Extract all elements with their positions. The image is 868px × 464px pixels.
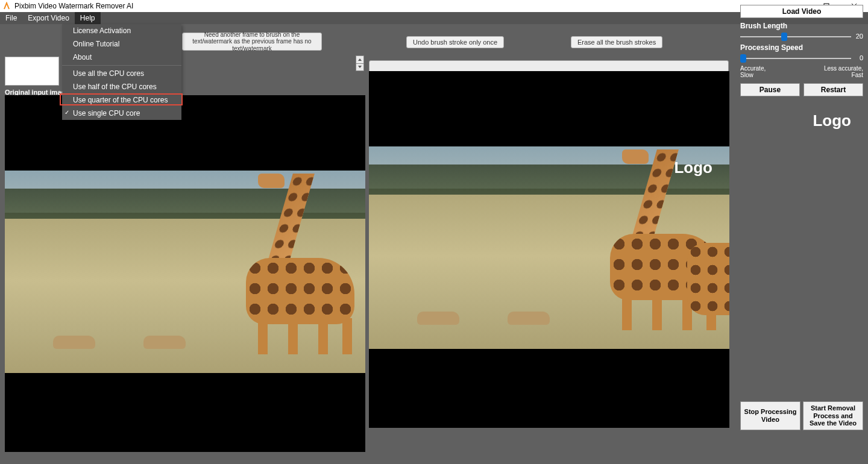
menu-export-video[interactable]: Export Video xyxy=(22,12,75,24)
brush-slider-thumb[interactable] xyxy=(781,33,787,41)
pause-button[interactable]: Pause xyxy=(740,83,800,96)
spinner-up-button[interactable] xyxy=(356,56,363,64)
menu-help[interactable]: Help xyxy=(75,12,101,24)
menu-item-cpu-quarter[interactable]: Use quarter of the CPU cores xyxy=(62,93,181,107)
menu-separator xyxy=(62,65,181,66)
original-image-panel[interactable] xyxy=(5,95,365,452)
frame-input[interactable] xyxy=(369,60,729,72)
menu-item-online-tutorial[interactable]: Online Tutorial xyxy=(62,37,181,51)
speed-left-b: Slow xyxy=(740,72,766,78)
processing-speed-slider[interactable]: 0 xyxy=(740,54,863,63)
logo-watermark-processed: Logo xyxy=(674,158,712,177)
menu-file[interactable]: File xyxy=(0,12,22,24)
speed-slider-thumb[interactable] xyxy=(740,54,746,63)
stop-processing-button[interactable]: Stop Processing Video xyxy=(740,401,800,430)
brush-length-value: 20 xyxy=(856,33,863,40)
hint-button[interactable]: Need another frame to brush on the text/… xyxy=(182,33,322,51)
speed-left-a: Accurate, xyxy=(740,65,766,72)
frame-spinner xyxy=(356,55,364,71)
sidebar: Load Video Brush Length 20 Processing Sp… xyxy=(735,0,868,440)
spinner-down-button[interactable] xyxy=(356,64,363,71)
frame-thumbnail[interactable] xyxy=(5,57,59,86)
chevron-down-icon xyxy=(358,66,362,68)
brush-length-slider[interactable]: 20 xyxy=(740,33,863,41)
app-logo-icon xyxy=(2,2,11,10)
erase-brush-button[interactable]: Erase all the brush strokes xyxy=(571,36,662,48)
speed-scale-labels: Accurate, Slow Less accurate, Fast xyxy=(740,65,863,78)
chevron-up-icon xyxy=(358,58,362,61)
processed-image-panel[interactable]: Logo xyxy=(369,71,729,428)
menu-item-about[interactable]: About xyxy=(62,51,181,64)
menu-item-cpu-half[interactable]: Use half of the CPU cores xyxy=(62,80,181,93)
original-image xyxy=(5,171,365,373)
processing-speed-label: Processing Speed xyxy=(740,43,863,52)
menu-item-license-activation[interactable]: License Activation xyxy=(62,24,181,37)
undo-brush-button[interactable]: Undo brush stroke only once xyxy=(406,36,504,48)
restart-button[interactable]: Restart xyxy=(804,83,863,96)
start-removal-button[interactable]: Start Removal Process and Save the Video xyxy=(803,401,863,430)
load-video-button[interactable]: Load Video xyxy=(740,5,863,18)
processing-speed-value: 0 xyxy=(860,54,863,61)
speed-right-a: Less accurate, xyxy=(824,65,863,72)
speed-right-b: Fast xyxy=(824,72,863,78)
menu-item-cpu-all[interactable]: Use all the CPU cores xyxy=(62,67,181,80)
brush-length-label: Brush Length xyxy=(740,22,863,30)
window-title: Pixbim Video Watermark Remover AI xyxy=(14,2,133,10)
help-dropdown: License Activation Online Tutorial About… xyxy=(62,24,181,120)
menu-item-cpu-single[interactable]: Use single CPU core xyxy=(62,107,181,120)
